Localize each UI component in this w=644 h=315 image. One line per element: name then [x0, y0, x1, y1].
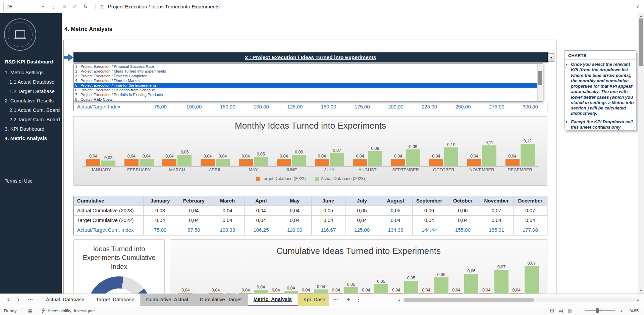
all-sheets-icon[interactable]: ••• [23, 294, 38, 306]
legend-label: Target Database (2022) [262, 176, 306, 181]
legend-item: Target Database (2022) [256, 176, 306, 181]
zoom-slider[interactable] [585, 308, 615, 313]
bar-value-label: 0,04 [89, 154, 97, 159]
page-layout-view-icon[interactable]: ▤ [558, 308, 563, 314]
sheet-tab[interactable]: Target_Database [90, 294, 140, 306]
add-sheet-icon[interactable]: + [343, 294, 354, 306]
sidebar-item[interactable]: 1.1 Actual Database [0, 77, 62, 87]
zoom-in-icon[interactable]: + [619, 308, 624, 314]
kpi-dropdown-option[interactable]: 8 : Costs / R&D Costs [74, 97, 537, 102]
vertical-scrollbar-thumb[interactable] [639, 18, 643, 66]
sidebar-item[interactable]: 1. Metric Settings [0, 68, 62, 77]
sheet-tab[interactable]: Kpi_Dash [298, 294, 329, 306]
kpi-dropdown-option[interactable]: 1 : Project Execution / Proposal Success… [74, 64, 537, 69]
bar-group: 0,040,06 [419, 277, 449, 294]
zoom-percentage[interactable]: %85 [628, 308, 639, 313]
bar: 0,10 [444, 147, 458, 166]
sidebar-item[interactable]: 1.2 Target Database [0, 87, 62, 96]
bar-group: 0,040,05 [359, 284, 389, 294]
kpi-dropdown-option[interactable]: 6 : Project Execution / Deviation from S… [74, 88, 537, 92]
scroll-right-icon[interactable]: ► [635, 298, 641, 302]
formula-input[interactable]: 2 : Project Execution / Ideas Turned int… [95, 4, 636, 9]
bar: 0,04 [201, 159, 215, 166]
kpi-dropdown-button[interactable]: ▼ [548, 53, 554, 62]
insert-function-icon[interactable]: fx [84, 4, 87, 9]
macro-record-icon[interactable]: ▦ [28, 308, 32, 313]
horizontal-scrollbar-thumb[interactable] [404, 298, 534, 302]
sheet-tab[interactable]: Metric_Analysis [248, 294, 298, 306]
terms-of-use-link[interactable]: Terms of Use [5, 178, 32, 184]
cumulative-chart: Cumulative Ideas Turned into Experiments… [170, 239, 547, 294]
bar-value-label: 0,04 [332, 288, 340, 292]
kpi-dropdown-options: 1 : Project Execution / Proposal Success… [74, 64, 537, 102]
dropdown-scrollbar[interactable] [537, 64, 543, 101]
sidebar-item[interactable]: 4. Metric Analysis [0, 134, 62, 143]
zoom-out-icon[interactable]: − [577, 308, 581, 314]
sidebar-item[interactable]: 3. KPI Dashboard [0, 124, 62, 134]
accessibility-icon[interactable] [41, 308, 46, 313]
dropdown-scrollbar-thumb[interactable] [538, 71, 542, 85]
bar: 0,04 [467, 159, 481, 166]
sheet-options-icon[interactable]: ⋮ [354, 294, 363, 306]
kpi-selected-header[interactable]: 2 : Project Execution / Ideas Turned int… [73, 52, 548, 62]
kpi-dropdown-option[interactable]: 7 : Project Execution / Portfolio in Exi… [74, 92, 537, 97]
sidebar-item[interactable]: 2.2 Target Cum. Board [0, 115, 62, 124]
vertical-scrollbar[interactable]: ▲ ▼ [638, 13, 644, 294]
bar-value-label: 0,11 [485, 140, 493, 145]
bar: 0,04 [254, 290, 268, 294]
sidebar-nav: 1. Metric Settings1.1 Actual Database1.2… [0, 68, 62, 143]
scroll-down-icon[interactable]: ▼ [638, 289, 644, 292]
sidebar-item[interactable]: 2. Cumulative Results [0, 96, 62, 105]
accessibility-status[interactable]: Accessibility: Investigate [48, 308, 95, 313]
bar-value-label: 0,08 [371, 146, 379, 151]
table-header-cell: October [446, 196, 480, 206]
bar-value-label: 0,04 [356, 154, 364, 159]
name-box[interactable]: D5 ▾ [3, 2, 47, 11]
axis-category-label: OCTOBER [425, 168, 463, 172]
kpi-dropdown-option[interactable]: 2 : Project Execution / Ideas Turned int… [74, 69, 537, 74]
horizontal-scrollbar[interactable]: ◄ ► [396, 297, 641, 303]
horizontal-scrollbar-track[interactable] [402, 298, 635, 302]
more-sheets-icon[interactable]: ••• [329, 294, 343, 306]
bar-value-label: 0,04 [287, 286, 295, 290]
axis-category-label: AUGUST [348, 168, 387, 172]
axis-category-label: JUNE [272, 168, 311, 172]
kpi-dropdown-option[interactable]: 3 : Project Execution / Projects Complet… [74, 74, 537, 78]
bar-value-label: 0,05 [407, 276, 415, 280]
bar-group: 0,040,07 [310, 153, 348, 166]
kpi-dropdown-option[interactable]: 5 : Project Execution / Time for the Exp… [74, 83, 537, 88]
expand-formula-bar-icon[interactable]: ∨ [636, 4, 639, 9]
bar-value-label: 0,04 [212, 288, 220, 292]
cancel-icon[interactable]: × [63, 3, 66, 10]
legend-item: Actual Database (2023) [315, 176, 365, 181]
bar: 0,04 [162, 159, 176, 166]
name-box-chevron-icon[interactable]: ▾ [42, 4, 44, 9]
sidebar-item[interactable]: 2.1 Actual Cum. Board [0, 105, 62, 115]
index-value-cell: 225,00 [413, 104, 446, 109]
bar-value-label: 0,10 [447, 142, 455, 147]
bar-group: 0,040,04 [238, 290, 268, 294]
sheet-tab[interactable]: Cumulative_Actual [141, 294, 194, 306]
sheet-nav-right-icon[interactable]: › [13, 294, 23, 306]
bar-group: 0,040,04 [120, 159, 158, 166]
page-break-view-icon[interactable]: ▥ [568, 308, 572, 314]
sheet-nav-left-icon[interactable]: ‹ [3, 294, 13, 306]
sheet-tab[interactable]: Actual_Database [40, 294, 90, 306]
kpi-dropdown-option[interactable]: 4 : Project Execution / Time-to-Market [74, 78, 537, 83]
bar-value-label: 0,05 [347, 282, 355, 287]
zoom-slider-thumb[interactable] [596, 308, 599, 313]
bar: 0,05 [374, 284, 388, 294]
bar: 0,09 [406, 149, 420, 166]
normal-view-icon[interactable]: ⊞ [550, 308, 554, 314]
scroll-left-icon[interactable]: ◄ [396, 298, 402, 302]
bar-value-label: 0,04 [508, 154, 516, 159]
sheet-tab[interactable]: Cumulative_Target [194, 294, 248, 306]
legend-swatch [256, 177, 260, 181]
bar: 0,06 [434, 277, 448, 294]
enter-icon[interactable]: ✓ [72, 3, 77, 10]
table-cell: 0,07 [480, 206, 514, 216]
axis-category-label: FEBRUARY [120, 168, 158, 172]
scroll-up-icon[interactable]: ▲ [638, 14, 644, 17]
index-value-cell: 125,00 [278, 104, 312, 109]
bar-value-label: 0,04 [362, 288, 370, 292]
